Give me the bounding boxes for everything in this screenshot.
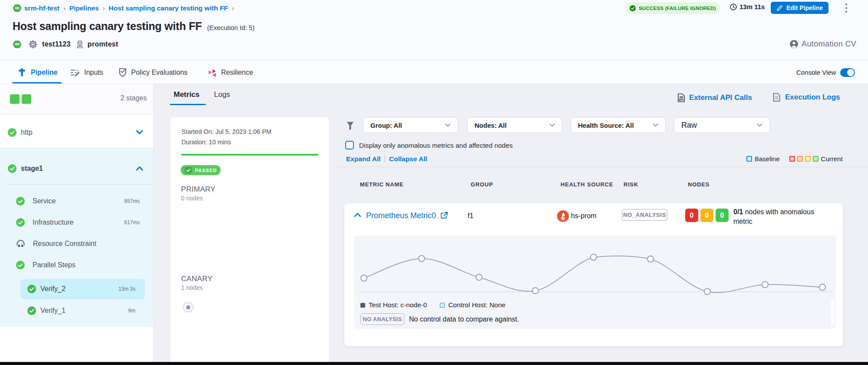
svg-text:API: API <box>679 98 683 101</box>
svg-text:∞: ∞ <box>15 40 20 47</box>
svg-text:∞: ∞ <box>15 4 19 11</box>
